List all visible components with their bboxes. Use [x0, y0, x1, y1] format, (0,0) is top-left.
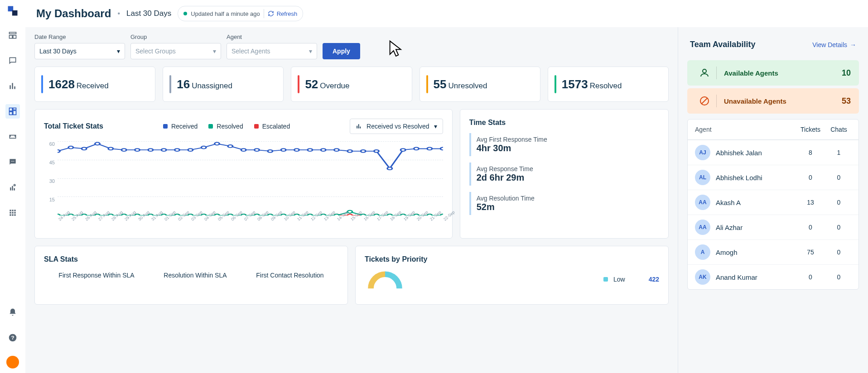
sla-col-first-contact[interactable]: First Contact Resolution: [256, 272, 323, 279]
nav-analytics-icon[interactable]: [5, 180, 20, 195]
kpi-received[interactable]: 1628Received: [34, 67, 155, 102]
available-label: Available Agents: [724, 69, 842, 77]
unavailable-agents-row[interactable]: Unavailable Agents 53: [687, 88, 859, 114]
agent-tickets: 0: [795, 273, 826, 281]
legend-item: Escalated: [254, 123, 290, 130]
agent-row[interactable]: AKAnand Kumar 0 0: [688, 264, 858, 289]
ticket-stats-card: Total Ticket Stats ReceivedResolvedEscal…: [34, 109, 453, 239]
svg-point-101: [161, 148, 166, 151]
kpi-bar: [426, 75, 428, 93]
priority-card: Tickets by Priority Low 422: [355, 246, 669, 305]
chevron-down-icon: ▾: [434, 123, 437, 130]
sla-title: SLA Stats: [44, 255, 338, 263]
kpi-value: 16: [177, 77, 190, 91]
kpi-label: Resolved: [590, 81, 622, 90]
svg-rect-1: [12, 10, 18, 16]
nav-notifications-icon[interactable]: [5, 305, 20, 320]
svg-point-113: [321, 148, 326, 151]
agent-row[interactable]: AAAli Azhar 0 0: [688, 215, 858, 239]
svg-rect-5: [10, 85, 11, 89]
svg-point-82: [308, 214, 313, 215]
time-stat-label: Avg First Response Time: [477, 136, 659, 143]
time-stats-title: Time Stats: [469, 119, 659, 127]
svg-rect-30: [357, 126, 357, 129]
svg-point-89: [400, 214, 405, 215]
agent-row[interactable]: ALAbhishek Lodhi 0 0: [688, 165, 858, 190]
kpi-bar: [169, 75, 171, 93]
agent-avatar: AA: [695, 195, 710, 210]
nav-reports-icon[interactable]: [5, 79, 20, 93]
available-agents-row[interactable]: Available Agents 10: [687, 60, 859, 86]
kpi-bar: [555, 75, 556, 93]
apply-button[interactable]: Apply: [323, 43, 360, 59]
kpi-label: Unassigned: [192, 81, 232, 90]
svg-point-13: [12, 161, 13, 162]
time-stat-value: 2d 6hr 29m: [477, 172, 659, 183]
svg-point-74: [201, 214, 206, 215]
sla-col-resolution[interactable]: Resolution Within SLA: [164, 272, 227, 279]
svg-point-104: [201, 146, 206, 149]
svg-point-102: [175, 148, 180, 151]
nav-dashboard-icon[interactable]: [5, 104, 20, 119]
sidebar: ?: [0, 0, 25, 373]
svg-point-115: [347, 150, 352, 153]
user-avatar[interactable]: [6, 356, 19, 368]
agent-row[interactable]: AJAbhishek Jalan 8 1: [688, 140, 858, 165]
chevron-down-icon: ▾: [309, 48, 312, 55]
kpi-unassigned[interactable]: 16Unassigned: [163, 67, 284, 102]
kpi-overdue[interactable]: 52Overdue: [291, 67, 412, 102]
nav-apps-icon[interactable]: [5, 206, 20, 220]
svg-point-122: [440, 147, 443, 150]
svg-point-116: [361, 150, 366, 153]
time-stat: Avg Response Time 2d 6hr 29m: [469, 163, 659, 186]
sla-col-first-response[interactable]: First Response Within SLA: [58, 272, 134, 279]
sla-stats-card: SLA Stats First Response Within SLA Reso…: [34, 246, 348, 305]
agent-chats: 0: [826, 224, 851, 231]
svg-point-91: [427, 214, 432, 215]
svg-point-110: [281, 148, 286, 151]
svg-rect-31: [358, 124, 359, 128]
agent-name: Anand Kumar: [716, 273, 757, 281]
kpi-resolved[interactable]: 1573Resolved: [548, 67, 669, 102]
kpi-unresolved[interactable]: 55Unresolved: [420, 67, 540, 102]
separator-dot: •: [117, 10, 120, 18]
svg-rect-26: [12, 214, 13, 215]
nav-tables-icon[interactable]: [5, 28, 20, 43]
svg-rect-3: [10, 35, 13, 38]
ticket-stats-title: Total Ticket Stats: [44, 122, 103, 130]
svg-point-107: [241, 148, 246, 151]
svg-point-88: [387, 214, 392, 215]
svg-point-95: [82, 147, 87, 150]
filter-date-select[interactable]: Last 30 Days ▾: [34, 43, 125, 59]
team-panel: Team Availability View Details → Availab…: [678, 27, 868, 373]
priority-low-value[interactable]: 422: [649, 276, 659, 283]
nav-chat-icon[interactable]: [5, 53, 20, 68]
svg-point-69: [135, 214, 140, 215]
agent-row[interactable]: AAAkash A 13 0: [688, 190, 858, 215]
nav-help-icon[interactable]: ?: [5, 330, 20, 345]
svg-rect-11: [10, 112, 13, 115]
kpi-value: 52: [305, 77, 318, 91]
nav-messages-icon[interactable]: [5, 155, 20, 169]
filter-group-select[interactable]: Select Groups ▾: [130, 43, 221, 59]
svg-point-55: [347, 214, 352, 215]
svg-point-108: [255, 148, 260, 151]
svg-point-118: [387, 167, 392, 170]
filter-group-label: Group: [130, 33, 221, 40]
svg-point-75: [215, 214, 220, 215]
svg-rect-7: [14, 86, 15, 89]
agent-row[interactable]: AAmogh 75 0: [688, 239, 858, 264]
svg-point-103: [188, 148, 193, 151]
svg-point-120: [414, 147, 419, 150]
page-date-range: Last 30 Days: [126, 9, 171, 18]
svg-rect-22: [10, 212, 11, 213]
refresh-button[interactable]: Refresh: [268, 10, 298, 17]
nav-tickets-icon[interactable]: [5, 129, 20, 144]
view-details-link[interactable]: View Details →: [812, 41, 856, 48]
svg-point-105: [215, 143, 220, 145]
chart-type-select[interactable]: Received vs Resolved ▾: [350, 119, 443, 134]
filter-agent-select[interactable]: Select Agents ▾: [227, 43, 317, 59]
page-title: My Dashboard: [36, 7, 111, 20]
svg-point-123: [703, 69, 706, 73]
time-stat-label: Avg Resolution Time: [477, 195, 659, 202]
